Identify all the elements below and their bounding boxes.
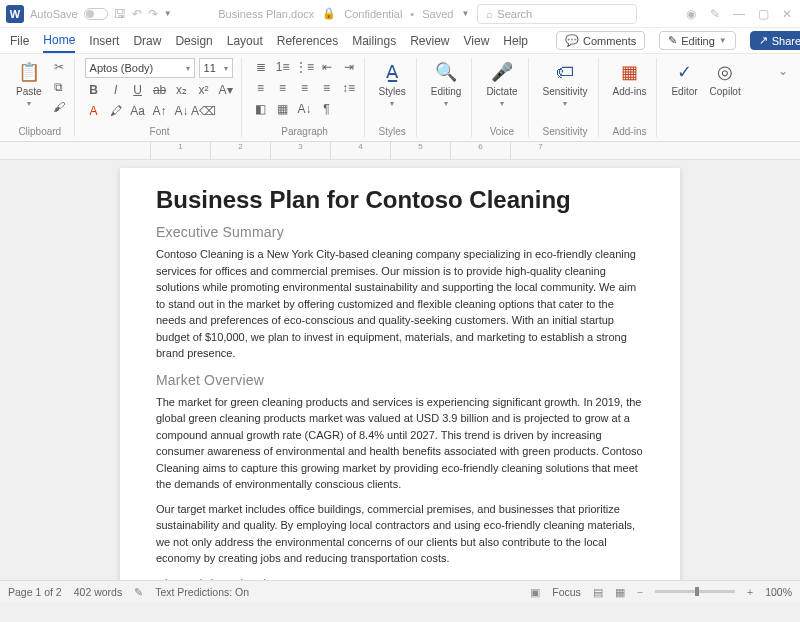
save-icon[interactable]: 🖫: [114, 7, 126, 21]
align-left-button[interactable]: ≡: [252, 79, 270, 97]
sensitivity-label: Sensitivity: [543, 124, 588, 137]
numbering-button[interactable]: 1≡: [274, 58, 292, 76]
paragraph-label: Paragraph: [281, 124, 328, 137]
tab-mailings[interactable]: Mailings: [352, 30, 396, 52]
underline-button[interactable]: U: [129, 81, 147, 99]
minimize-button[interactable]: —: [732, 7, 746, 21]
tab-insert[interactable]: Insert: [89, 30, 119, 52]
sort-button[interactable]: A↓: [296, 100, 314, 118]
change-case-button[interactable]: Aa: [129, 102, 147, 120]
pencil-icon[interactable]: ✎: [708, 7, 722, 21]
justify-button[interactable]: ≡: [318, 79, 336, 97]
doc-heading-2[interactable]: Financial Projections: [156, 577, 644, 581]
comments-button[interactable]: 💬Comments: [556, 31, 645, 50]
close-button[interactable]: ✕: [780, 7, 794, 21]
zoom-slider[interactable]: [655, 590, 735, 593]
line-spacing-button[interactable]: ↕≡: [340, 79, 358, 97]
tab-design[interactable]: Design: [175, 30, 212, 52]
location-icon[interactable]: ◉: [684, 7, 698, 21]
spellcheck-icon[interactable]: ✎: [134, 586, 143, 598]
addins-label: Add-ins: [613, 124, 647, 137]
clipboard-label: Clipboard: [18, 124, 61, 137]
focus-icon[interactable]: ▣: [530, 586, 540, 598]
borders-button[interactable]: ▦: [274, 100, 292, 118]
bold-button[interactable]: B: [85, 81, 103, 99]
group-styles: A̲Styles▾ Styles: [369, 58, 417, 137]
highlight-button[interactable]: 🖍: [107, 102, 125, 120]
zoom-level[interactable]: 100%: [765, 586, 792, 598]
paste-button[interactable]: 📋 Paste▾: [12, 58, 46, 110]
tab-help[interactable]: Help: [503, 30, 528, 52]
align-right-button[interactable]: ≡: [296, 79, 314, 97]
copilot-button[interactable]: ◎Copilot: [706, 58, 745, 99]
strikethrough-button[interactable]: ab: [151, 81, 169, 99]
doc-paragraph[interactable]: The market for green cleaning products a…: [156, 394, 644, 493]
addins-button[interactable]: ▦Add-ins: [609, 58, 651, 99]
doc-paragraph[interactable]: Our target market includes office buildi…: [156, 501, 644, 567]
collapse-ribbon-icon[interactable]: ⌄: [772, 58, 794, 84]
web-layout-icon[interactable]: ▦: [615, 586, 625, 598]
qat-dropdown-icon[interactable]: ▼: [164, 9, 172, 18]
document-canvas[interactable]: Business Plan for Contoso Cleaning Execu…: [0, 160, 800, 580]
editing-button[interactable]: 🔍Editing▾: [427, 58, 466, 110]
document-page[interactable]: Business Plan for Contoso Cleaning Execu…: [120, 168, 680, 580]
doc-heading-2[interactable]: Market Overview: [156, 372, 644, 388]
editor-icon: ✓: [673, 60, 697, 84]
font-name-select[interactable]: Aptos (Body)▾: [85, 58, 195, 78]
comment-icon: 💬: [565, 34, 579, 47]
cut-icon[interactable]: ✂: [50, 58, 68, 76]
shading-button[interactable]: ◧: [252, 100, 270, 118]
share-button[interactable]: ↗Share▼: [750, 31, 800, 50]
group-clipboard: 📋 Paste▾ ✂ ⧉ 🖌 Clipboard: [6, 58, 75, 137]
tab-file[interactable]: File: [10, 30, 29, 52]
multilevel-button[interactable]: ⋮≡: [296, 58, 314, 76]
search-input[interactable]: ⌕ Search: [477, 4, 637, 24]
doc-paragraph[interactable]: Contoso Cleaning is a New York City-base…: [156, 246, 644, 362]
italic-button[interactable]: I: [107, 81, 125, 99]
bullets-button[interactable]: ≣: [252, 58, 270, 76]
clear-formatting-button[interactable]: A⌫: [195, 102, 213, 120]
shrink-font-button[interactable]: A↓: [173, 102, 191, 120]
tab-view[interactable]: View: [464, 30, 490, 52]
print-layout-icon[interactable]: ▤: [593, 586, 603, 598]
doc-heading-2[interactable]: Executive Summary: [156, 224, 644, 240]
editing-mode-button[interactable]: ✎Editing▼: [659, 31, 736, 50]
word-app-icon: W: [6, 5, 24, 23]
show-marks-button[interactable]: ¶: [318, 100, 336, 118]
zoom-out-button[interactable]: −: [637, 586, 643, 598]
word-count[interactable]: 402 words: [74, 586, 122, 598]
text-predictions[interactable]: Text Predictions: On: [155, 586, 249, 598]
doc-heading-1[interactable]: Business Plan for Contoso Cleaning: [156, 186, 644, 214]
copy-icon[interactable]: ⧉: [50, 78, 68, 96]
text-effects-button[interactable]: A▾: [217, 81, 235, 99]
decrease-indent-button[interactable]: ⇤: [318, 58, 336, 76]
styles-icon: A̲: [380, 60, 404, 84]
tab-draw[interactable]: Draw: [133, 30, 161, 52]
font-color-button[interactable]: A: [85, 102, 103, 120]
undo-icon[interactable]: ↶: [132, 7, 142, 21]
format-painter-icon[interactable]: 🖌: [50, 98, 68, 116]
horizontal-ruler[interactable]: 1234567: [0, 142, 800, 160]
tab-review[interactable]: Review: [410, 30, 449, 52]
maximize-button[interactable]: ▢: [756, 7, 770, 21]
subscript-button[interactable]: x₂: [173, 81, 191, 99]
redo-icon[interactable]: ↷: [148, 7, 158, 21]
dictate-button[interactable]: 🎤Dictate▾: [482, 58, 521, 110]
group-editor: ✓Editor ◎Copilot: [661, 58, 750, 137]
status-bar: Page 1 of 2 402 words ✎ Text Predictions…: [0, 580, 800, 602]
align-center-button[interactable]: ≡: [274, 79, 292, 97]
zoom-in-button[interactable]: +: [747, 586, 753, 598]
tab-layout[interactable]: Layout: [227, 30, 263, 52]
focus-label[interactable]: Focus: [552, 586, 581, 598]
font-size-select[interactable]: 11▾: [199, 58, 233, 78]
tab-references[interactable]: References: [277, 30, 338, 52]
editor-button[interactable]: ✓Editor: [667, 58, 701, 99]
superscript-button[interactable]: x²: [195, 81, 213, 99]
styles-button[interactable]: A̲Styles▾: [375, 58, 410, 110]
increase-indent-button[interactable]: ⇥: [340, 58, 358, 76]
grow-font-button[interactable]: A↑: [151, 102, 169, 120]
page-count[interactable]: Page 1 of 2: [8, 586, 62, 598]
tab-home[interactable]: Home: [43, 29, 75, 53]
autosave-toggle[interactable]: [84, 8, 108, 20]
sensitivity-button[interactable]: 🏷Sensitivity▾: [539, 58, 592, 110]
